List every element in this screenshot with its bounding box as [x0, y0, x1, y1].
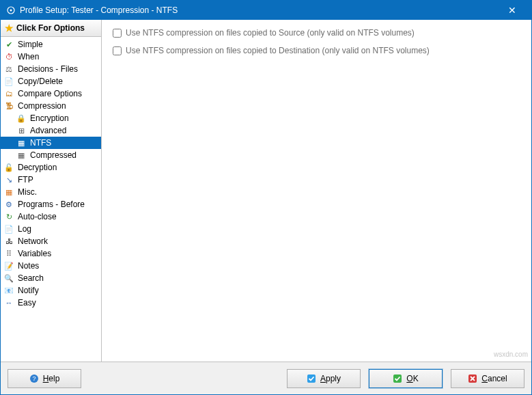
footer: ? Help Apply OK Cancel — [1, 362, 531, 394]
cancel-button[interactable]: Cancel — [451, 369, 524, 388]
sidebar-item-log[interactable]: 📄Log — [1, 223, 101, 235]
help-label: Help — [43, 374, 60, 383]
sidebar-item-label: Auto-close — [18, 212, 57, 221]
sidebar-item-icon: ↘ — [3, 174, 14, 185]
sidebar-item-programs-before[interactable]: ⚙Programs - Before — [1, 198, 101, 210]
sidebar-item-label: Compare Options — [18, 89, 82, 98]
svg-rect-4 — [307, 374, 316, 383]
content-area: ★ Click For Options ✔Simple⏱When⚖Decisio… — [1, 20, 531, 362]
sidebar-item-icon: ⏱ — [3, 51, 14, 62]
sidebar-item-network[interactable]: 🖧Network — [1, 235, 101, 247]
sidebar-item-icon: ⚙ — [3, 199, 14, 210]
sidebar-item-icon: 🗜 — [3, 100, 14, 111]
sidebar-item-icon: 🖧 — [3, 236, 14, 247]
apply-label: Apply — [320, 374, 341, 383]
sidebar-item-search[interactable]: 🔍Search — [1, 272, 101, 284]
sidebar-item-copy-delete[interactable]: 📄Copy/Delete — [1, 75, 101, 87]
help-button[interactable]: ? Help — [8, 369, 81, 388]
star-icon: ★ — [5, 23, 14, 33]
sidebar-item-label: Copy/Delete — [18, 77, 63, 86]
sidebar-item-label: Encryption — [30, 113, 69, 123]
sidebar-tree: ✔Simple⏱When⚖Decisions - Files📄Copy/Dele… — [1, 37, 101, 362]
sidebar-item-icon: ▦ — [16, 150, 27, 161]
sidebar-item-icon: ⚖ — [3, 64, 14, 74]
ok-button[interactable]: OK — [369, 369, 443, 388]
sidebar-item-label: Search — [18, 273, 44, 283]
sidebar-item-label: When — [18, 52, 39, 62]
sidebar-item-label: Programs - Before — [18, 200, 85, 209]
ntfs-destination-label: Use NTFS compression on files copied to … — [126, 46, 430, 55]
sidebar-item-decisions-files[interactable]: ⚖Decisions - Files — [1, 63, 101, 75]
titlebar: Profile Setup: Tester - Compression - NT… — [1, 1, 531, 20]
sidebar-item-icon: 📄 — [3, 76, 14, 87]
sidebar-item-icon: ⊞ — [16, 125, 27, 136]
ntfs-destination-checkbox-row[interactable]: Use NTFS compression on files copied to … — [113, 46, 520, 55]
sidebar-item-icon: 🗂 — [3, 88, 14, 99]
sidebar-item-misc-[interactable]: ▦Misc. — [1, 186, 101, 198]
sidebar-item-icon: ▦ — [3, 187, 14, 198]
sidebar-item-label: Simple — [18, 40, 43, 49]
ntfs-source-checkbox-row[interactable]: Use NTFS compression on files copied to … — [113, 28, 520, 38]
sidebar-item-icon: 📧 — [3, 285, 14, 296]
sidebar-item-icon: ↔ — [3, 297, 14, 308]
sidebar-item-label: Compressed — [30, 150, 76, 160]
sidebar-item-label: FTP — [18, 175, 33, 185]
ok-label: OK — [406, 374, 418, 383]
cancel-icon — [468, 374, 477, 383]
main-panel: Use NTFS compression on files copied to … — [102, 20, 531, 362]
sidebar-item-label: Variables — [18, 249, 51, 258]
sidebar-item-notes[interactable]: 📝Notes — [1, 260, 101, 272]
sidebar-item-decryption[interactable]: 🔓Decryption — [1, 161, 101, 174]
sidebar-item-advanced[interactable]: ⊞Advanced — [1, 124, 101, 137]
sidebar-options-header[interactable]: ★ Click For Options — [1, 20, 101, 37]
apply-button[interactable]: Apply — [287, 369, 361, 388]
sidebar-item-simple[interactable]: ✔Simple — [1, 38, 101, 51]
sidebar-item-icon: ✔ — [3, 39, 14, 50]
ntfs-source-checkbox[interactable] — [113, 29, 122, 38]
sidebar-item-label: Log — [18, 224, 31, 234]
sidebar-item-icon: 📝 — [3, 260, 14, 271]
sidebar-item-label: Notify — [18, 286, 39, 295]
sidebar-item-label: Easy — [18, 298, 36, 308]
help-icon: ? — [29, 374, 39, 383]
cancel-label: Cancel — [481, 374, 507, 383]
sidebar-item-when[interactable]: ⏱When — [1, 51, 101, 63]
svg-text:?: ? — [32, 375, 36, 382]
ntfs-source-label: Use NTFS compression on files copied to … — [126, 28, 415, 38]
svg-rect-5 — [393, 374, 402, 383]
sidebar-item-auto-close[interactable]: ↻Auto-close — [1, 210, 101, 223]
window-title: Profile Setup: Tester - Compression - NT… — [20, 5, 499, 15]
sidebar: ★ Click For Options ✔Simple⏱When⚖Decisio… — [1, 20, 102, 362]
sidebar-item-ntfs[interactable]: ▦NTFS — [1, 137, 101, 149]
sidebar-item-label: Notes — [18, 261, 39, 271]
sidebar-item-compare-options[interactable]: 🗂Compare Options — [1, 87, 101, 100]
sidebar-item-easy[interactable]: ↔Easy — [1, 297, 101, 309]
sidebar-item-label: Network — [18, 236, 48, 246]
sidebar-item-label: Compression — [18, 101, 66, 111]
watermark: wsxdn.com — [494, 351, 528, 358]
sidebar-item-icon: 🔍 — [3, 273, 14, 284]
apply-icon — [307, 374, 316, 383]
sidebar-item-ftp[interactable]: ↘FTP — [1, 174, 101, 186]
sidebar-item-compression[interactable]: 🗜Compression — [1, 100, 101, 112]
sidebar-item-icon: ↻ — [3, 211, 14, 222]
sidebar-item-label: Decryption — [18, 163, 57, 172]
sidebar-item-label: NTFS — [30, 138, 51, 148]
sidebar-item-icon: ⠿ — [3, 248, 14, 259]
sidebar-item-icon: 📄 — [3, 223, 14, 234]
sidebar-item-encryption[interactable]: 🔒Encryption — [1, 112, 101, 124]
sidebar-item-icon: ▦ — [16, 137, 27, 148]
svg-point-1 — [10, 10, 12, 12]
sidebar-item-variables[interactable]: ⠿Variables — [1, 247, 101, 260]
sidebar-item-label: Advanced — [30, 126, 66, 135]
app-icon — [6, 5, 16, 15]
sidebar-item-label: Misc. — [18, 187, 37, 197]
close-button[interactable]: ✕ — [499, 1, 526, 20]
ntfs-destination-checkbox[interactable] — [113, 46, 122, 55]
sidebar-item-notify[interactable]: 📧Notify — [1, 284, 101, 297]
sidebar-item-compressed[interactable]: ▦Compressed — [1, 149, 101, 161]
sidebar-options-label: Click For Options — [16, 23, 85, 33]
sidebar-item-label: Decisions - Files — [18, 64, 78, 74]
ok-icon — [393, 374, 402, 383]
sidebar-item-icon: 🔒 — [16, 113, 27, 124]
